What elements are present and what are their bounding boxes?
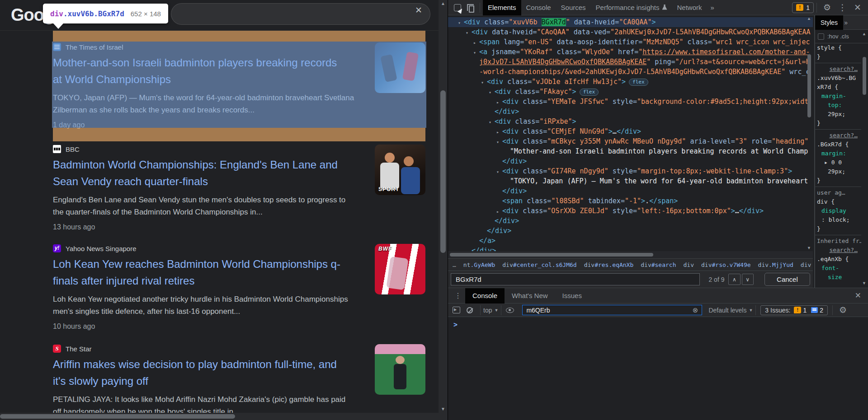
- dom-tree-row[interactable]: ▸<div class="CEMjEf NUnG9d">…</div>: [448, 126, 813, 136]
- scroll-down-icon[interactable]: ▼: [439, 406, 448, 413]
- find-next-button[interactable]: ∨: [742, 274, 754, 285]
- breadcrumb-item[interactable]: div#center_col.s6JM6d: [502, 261, 576, 268]
- console-prompt-chevron[interactable]: >: [453, 321, 458, 329]
- dom-tree-row[interactable]: ▾<div class="mCBkyc y355M ynAwRc MBeuO n…: [448, 136, 813, 146]
- style-rule-line[interactable]: .eqAnXb {: [815, 255, 861, 264]
- console-sidebar-icon[interactable]: [453, 307, 460, 313]
- log-levels-dropdown[interactable]: Default levels: [708, 307, 746, 314]
- console-settings-gear-icon[interactable]: ⚙: [835, 305, 850, 315]
- page-vertical-scrollbar[interactable]: ▲ ▼: [439, 0, 448, 413]
- issues-counter[interactable]: 3 Issues: ! 1 2: [760, 305, 828, 315]
- drawer-tab-what-s-new[interactable]: What's New: [505, 288, 555, 303]
- breadcrumb-item[interactable]: div: [684, 261, 694, 268]
- styles-filter-input[interactable]: [818, 33, 824, 40]
- dom-tree-row[interactable]: </div>: [448, 226, 813, 236]
- settings-gear-icon[interactable]: ⚙: [820, 2, 835, 13]
- styles-scrollbar[interactable]: ▲ ▼: [861, 31, 868, 286]
- dom-tree-row[interactable]: "TOKYO, Japan (AFP) — Mum's the word for…: [448, 176, 813, 186]
- breadcrumb-item[interactable]: div#search: [641, 261, 676, 268]
- dom-tree-row[interactable]: ▸<div class="YEMaTe JFSfwc" style="backg…: [448, 97, 813, 107]
- expand-arrow-icon[interactable]: ▾: [481, 78, 487, 88]
- search-input[interactable]: [171, 3, 430, 25]
- scroll-down-icon[interactable]: ▼: [805, 246, 813, 250]
- dom-tree-row[interactable]: "Mother-and-son Israeli badminton player…: [448, 146, 813, 156]
- scroll-up-icon[interactable]: ▲: [439, 0, 448, 7]
- expand-arrow-icon[interactable]: ▾: [458, 18, 464, 28]
- style-rule-line[interactable]: }: [815, 52, 861, 61]
- drawer-kebab-icon[interactable]: ⋮: [451, 291, 465, 300]
- dom-tree-row[interactable]: ▾<div data-hveid="CAoQAA" data-ved="2ahU…: [448, 27, 813, 37]
- dom-tree-row[interactable]: </div>: [448, 216, 813, 226]
- tab-sources[interactable]: Sources: [556, 0, 591, 15]
- find-previous-button[interactable]: ∧: [728, 274, 740, 285]
- hov-cls-toggles[interactable]: :hov .cls: [827, 33, 849, 40]
- breadcrumb-item[interactable]: div#rso.v7W49e: [701, 261, 751, 268]
- stylesheet-source-link[interactable]: search?…: [815, 129, 861, 140]
- article-title-link[interactable]: Badminton World Championships: England's…: [53, 156, 425, 190]
- expand-arrow-icon[interactable]: ▾: [489, 117, 495, 127]
- style-rule-line[interactable]: .xuvV6b~.BG: [815, 74, 861, 83]
- dom-tree-row[interactable]: j0xJvD7-L5AhVB4DgGHbwRCwoQxfQBKAB6BAgKEA…: [448, 57, 813, 67]
- error-badge[interactable]: ! 1: [792, 2, 814, 13]
- style-rule-line[interactable]: div {: [815, 197, 861, 206]
- dom-tree-row[interactable]: </div>: [448, 107, 813, 117]
- style-rule-line[interactable]: margin:: [815, 149, 861, 158]
- dom-tree-row[interactable]: <span class="l08SBd" tabindex="-1">.</sp…: [448, 196, 813, 206]
- more-tabs-chevron[interactable]: »: [844, 19, 848, 26]
- expand-arrow-icon[interactable]: ▸: [496, 127, 502, 137]
- article-title-link[interactable]: Ariffin makes wise decision to play badm…: [53, 356, 425, 389]
- drawer-tab-issues[interactable]: Issues: [555, 288, 589, 303]
- dom-tree-row[interactable]: </a>: [448, 236, 813, 246]
- console-filter-input[interactable]: m6QErb ⊗: [522, 305, 702, 315]
- expand-arrow-icon[interactable]: ▾: [473, 48, 479, 58]
- breadcrumb-item[interactable]: …: [453, 261, 456, 268]
- scrollbar-thumb[interactable]: [863, 57, 866, 95]
- close-devtools-icon[interactable]: ✕: [850, 2, 865, 13]
- tab-elements[interactable]: Elements: [483, 0, 521, 15]
- style-rule-line[interactable]: 29px;: [815, 167, 861, 176]
- tab-performance-insights[interactable]: Performance insights: [591, 0, 672, 15]
- flex-badge[interactable]: flex: [580, 89, 599, 96]
- dom-tree-row[interactable]: ▾<a jsname="YKoRaf" class="WlydOe" href=…: [448, 47, 813, 57]
- tab-styles[interactable]: Styles: [815, 15, 843, 30]
- device-toolbar-icon[interactable]: [464, 2, 476, 14]
- drawer-tab-console[interactable]: Console: [465, 288, 505, 303]
- style-rule-line[interactable]: top:: [815, 101, 861, 110]
- style-rule-line[interactable]: }: [815, 176, 861, 185]
- expand-arrow-icon[interactable]: ▸: [473, 38, 479, 48]
- scroll-up-icon[interactable]: ▲: [805, 16, 813, 21]
- drawer-close-icon[interactable]: ✕: [850, 291, 866, 300]
- live-expression-eye-icon[interactable]: [506, 308, 514, 313]
- article-thumbnail[interactable]: BWF: [375, 244, 425, 294]
- breadcrumb-item[interactable]: nt.GyAeWb: [463, 261, 495, 268]
- dom-tree-row[interactable]: ▸<span lang="en-US" data-aosp-identifier…: [448, 37, 813, 47]
- dom-tree-row[interactable]: -world-championships/&ved=2ahUKEwj0xJvD7…: [448, 67, 813, 77]
- stylesheet-source-link[interactable]: search?…: [815, 63, 861, 74]
- tree-horizontal-scrollbar[interactable]: [448, 251, 813, 258]
- expand-arrow-icon[interactable]: ▾: [466, 28, 472, 38]
- flex-badge[interactable]: flex: [629, 79, 648, 86]
- dom-tree-row[interactable]: ▸<div class="OSrXXb ZE0LJd" style="left:…: [448, 206, 813, 216]
- search-clear-icon[interactable]: ✕: [415, 5, 422, 15]
- article-title-link[interactable]: Mother-and-son Israeli badminton players…: [53, 54, 425, 88]
- tab-network[interactable]: Network: [672, 0, 707, 15]
- kebab-menu-icon[interactable]: ⋮: [835, 2, 850, 13]
- style-rule-line[interactable]: 29px;: [815, 110, 861, 119]
- inspect-element-icon[interactable]: [452, 2, 463, 14]
- find-input[interactable]: BGxR7d: [451, 273, 700, 285]
- style-rule-line[interactable]: }: [815, 224, 861, 233]
- article-title-link[interactable]: Loh Kean Yew reaches Badminton World Cha…: [53, 256, 425, 289]
- dom-tree-row[interactable]: </div>: [448, 246, 813, 251]
- page-horizontal-scrollbar[interactable]: [0, 413, 448, 420]
- style-rule-line[interactable]: xR7d {: [815, 83, 861, 92]
- scrollbar-thumb[interactable]: [807, 54, 811, 117]
- more-tabs-chevron[interactable]: »: [707, 4, 718, 11]
- style-rule-line[interactable]: size: [815, 273, 861, 282]
- breadcrumb-item[interactable]: div.MjjYud: [758, 261, 793, 268]
- dom-tree-row[interactable]: </div>: [448, 156, 813, 166]
- dom-tree-row[interactable]: ▾<div class="vJOb1e aIfcHf Hw13jc">flex: [448, 77, 813, 87]
- article-thumbnail[interactable]: [375, 344, 425, 395]
- clear-console-icon[interactable]: [467, 307, 473, 313]
- breadcrumb-item[interactable]: div#res.eqAnXb: [584, 261, 634, 268]
- style-rule-line[interactable]: : block;: [815, 215, 861, 224]
